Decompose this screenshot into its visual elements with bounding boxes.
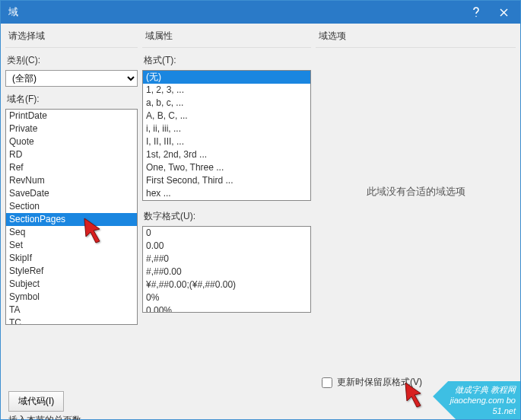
- list-item[interactable]: One, Two, Three ...: [143, 161, 310, 174]
- num-format-label: 数字格式(U):: [142, 208, 311, 226]
- options-column: 域选项 此域没有合适的域选项 更新时保留原格式(V): [316, 28, 516, 392]
- list-item[interactable]: PrintDate: [6, 110, 137, 123]
- format-listbox[interactable]: (无)1, 2, 3, ...a, b, c, ...A, B, C, ...i…: [142, 70, 311, 201]
- list-item[interactable]: Section: [6, 200, 137, 213]
- list-item[interactable]: 1, 2, 3, ...: [143, 84, 310, 97]
- num-format-listbox[interactable]: 00.00#,##0#,##0.00¥#,##0.00;(¥#,##0.00)0…: [142, 226, 311, 313]
- list-item[interactable]: I, II, III, ...: [143, 135, 310, 148]
- group-header-select: 请选择域: [5, 28, 138, 48]
- list-item[interactable]: RevNum: [6, 174, 137, 187]
- list-item[interactable]: a, b, c, ...: [143, 97, 310, 110]
- preserve-format-row: 更新时保留原格式(V): [322, 376, 422, 389]
- list-item[interactable]: SkipIf: [6, 252, 137, 265]
- list-item[interactable]: Ref: [6, 161, 137, 174]
- field-name-label: 域名(F):: [5, 91, 138, 109]
- list-item[interactable]: 0: [143, 227, 310, 240]
- svg-point-0: [475, 16, 477, 18]
- group-header-props: 域属性: [142, 28, 311, 48]
- list-item[interactable]: TC: [6, 317, 137, 325]
- category-select[interactable]: (全部): [5, 70, 138, 87]
- dialog-window: 域 请选择域 类别(C): (全部) 域名(F): PrintDatePriva…: [0, 0, 521, 420]
- list-item[interactable]: Private: [6, 123, 137, 135]
- list-item[interactable]: First Second, Third ...: [143, 174, 310, 187]
- group-header-options: 域选项: [316, 28, 516, 48]
- list-item[interactable]: 美元文字 ...: [143, 200, 310, 201]
- preserve-format-checkbox[interactable]: [322, 377, 332, 388]
- list-item[interactable]: ¥#,##0.00;(¥#,##0.00): [143, 278, 310, 291]
- list-item[interactable]: Set: [6, 239, 137, 252]
- watermark-line2: jiaocheng.com bo 51.net: [429, 395, 516, 416]
- list-item[interactable]: 1st, 2nd, 3rd ...: [143, 148, 310, 161]
- list-item[interactable]: hex ...: [143, 187, 310, 200]
- titlebar: 域: [1, 1, 520, 24]
- list-item[interactable]: Symbol: [6, 291, 137, 304]
- preserve-format-label: 更新时保留原格式(V): [337, 376, 422, 389]
- list-item[interactable]: (无): [143, 71, 310, 84]
- list-item[interactable]: 0.00%: [143, 304, 310, 313]
- list-item[interactable]: TA: [6, 304, 137, 317]
- list-item[interactable]: 0.00: [143, 240, 310, 253]
- field-name-listbox[interactable]: PrintDatePrivateQuoteRDRefRevNumSaveDate…: [5, 109, 138, 325]
- format-label: 格式(T):: [142, 52, 311, 70]
- field-codes-button[interactable]: 域代码(I): [8, 391, 64, 412]
- list-item[interactable]: Subject: [6, 278, 137, 291]
- list-item[interactable]: Seq: [6, 226, 137, 239]
- help-button[interactable]: [462, 1, 490, 24]
- no-options-message: 此域没有合适的域选项: [316, 52, 516, 199]
- list-item[interactable]: SectionPages: [6, 213, 137, 226]
- list-item[interactable]: SaveDate: [6, 187, 137, 200]
- list-item[interactable]: i, ii, iii, ...: [143, 123, 310, 135]
- list-item[interactable]: #,##0.00: [143, 266, 310, 278]
- category-label: 类别(C):: [5, 52, 138, 70]
- list-item[interactable]: A, B, C, ...: [143, 110, 310, 123]
- close-button[interactable]: [490, 1, 517, 24]
- watermark-line1: 做成字典 教程网: [429, 384, 516, 395]
- list-item[interactable]: Quote: [6, 135, 137, 148]
- window-title: 域: [8, 5, 462, 19]
- list-item[interactable]: StyleRef: [6, 265, 137, 278]
- list-item[interactable]: 0%: [143, 291, 310, 304]
- dialog-body: 请选择域 类别(C): (全部) 域名(F): PrintDatePrivate…: [1, 24, 520, 392]
- properties-column: 域属性 格式(T): (无)1, 2, 3, ...a, b, c, ...A,…: [142, 28, 311, 392]
- watermark: 做成字典 教程网 jiaocheng.com bo 51.net: [429, 381, 520, 419]
- select-field-column: 请选择域 类别(C): (全部) 域名(F): PrintDatePrivate…: [5, 28, 138, 392]
- list-item[interactable]: #,##0: [143, 253, 310, 266]
- list-item[interactable]: RD: [6, 148, 137, 161]
